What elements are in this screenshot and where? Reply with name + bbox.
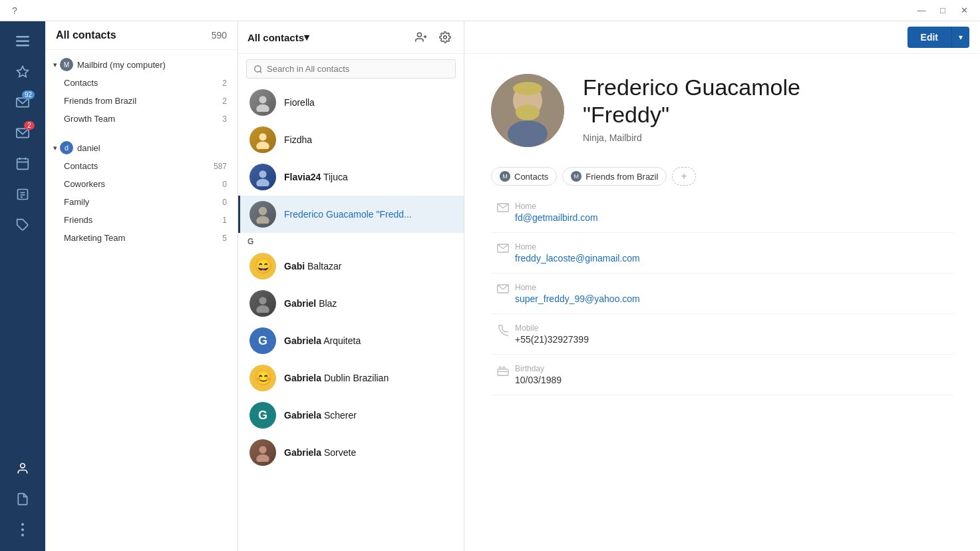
mailbird-account-icon: M — [60, 58, 73, 71]
nav-item-count: 0 — [222, 198, 227, 207]
nav-item-mailbird-contacts[interactable]: Contacts 2 — [45, 74, 238, 92]
contact-list-title[interactable]: All contacts ▾ — [247, 31, 309, 43]
mail-badge: 92 — [22, 91, 35, 99]
nav-panel-count: 590 — [212, 30, 227, 41]
field-phone: Mobile +55(21)32927399 — [491, 314, 953, 355]
tags-button[interactable] — [8, 210, 37, 240]
contact-item-gabriela-scherer[interactable]: G Gabriela Scherer — [238, 397, 464, 434]
field-label-birthday: Birthday — [515, 364, 953, 373]
more-button[interactable] — [8, 515, 37, 544]
svg-point-15 — [21, 464, 25, 468]
contact-list-header: All contacts ▾ — [238, 21, 464, 54]
email-icon-3 — [491, 283, 515, 293]
nav-item-count: 5 — [222, 234, 227, 243]
nav-item-family[interactable]: Family 0 — [45, 193, 238, 211]
mailbird-account-label: Mailbird (my computer) — [77, 60, 166, 70]
field-value-phone[interactable]: +55(21)32927399 — [515, 334, 953, 345]
contact-item-gabriela-dublin[interactable]: 😊 Gabriela Dublin Brazilian — [238, 359, 464, 397]
minimize-button[interactable]: — — [911, 1, 932, 20]
nav-item-friends-brazil[interactable]: Friends from Brazil 2 — [45, 92, 238, 110]
nav-item-label: Growth Team — [64, 114, 115, 124]
contact-item-gabriela-arquiteta[interactable]: G Gabriela Arquiteta — [238, 322, 464, 359]
unread-button[interactable]: 2 — [8, 118, 37, 148]
nav-item-label: Contacts — [64, 161, 98, 171]
field-value-email-3[interactable]: super_freddy_99@yahoo.com — [515, 293, 953, 304]
nav-item-marketing-team[interactable]: Marketing Team 5 — [45, 229, 238, 247]
daniel-account-icon: d — [60, 141, 73, 154]
contact-list-panel: All contacts ▾ — [238, 21, 464, 551]
account-section-mailbird: ▾ M Mailbird (my computer) Contacts 2 Fr… — [45, 50, 238, 133]
edit-dropdown-button[interactable]: ▾ — [951, 27, 969, 48]
avatar-gabriela-sorvete — [249, 439, 276, 466]
contact-item-gabi[interactable]: 😄 Gabi Baltazar — [238, 248, 464, 285]
contact-item-fiorella[interactable]: Fiorella — [238, 84, 464, 121]
contact-item-gabriel-blaz[interactable]: Gabriel Blaz — [238, 285, 464, 322]
contact-item-gabriela-sorvete[interactable]: Gabriela Sorvete — [238, 434, 464, 471]
tag-contacts[interactable]: M Contacts — [491, 167, 557, 186]
letter-g: G — [238, 233, 464, 248]
edit-button[interactable]: Edit — [907, 27, 951, 48]
svg-point-32 — [256, 216, 269, 224]
contact-name-gabriel-blaz: Gabriel Blaz — [284, 298, 337, 309]
contact-list-scroll: Fiorella Fizdha Flavia24 Tijuca — [238, 84, 464, 551]
detail-panel: Edit ▾ — [464, 21, 980, 551]
field-value-email-1[interactable]: fd@getmailbird.com — [515, 212, 953, 223]
account-header-daniel[interactable]: ▾ d daniel — [45, 138, 238, 157]
field-email-2: Home freddy_lacoste@ginamail.com — [491, 233, 953, 274]
tasks-button[interactable] — [8, 180, 37, 209]
contact-item-flavia24[interactable]: Flavia24 Tijuca — [238, 158, 464, 196]
birthday-icon — [491, 364, 515, 376]
add-contact-button[interactable] — [412, 28, 430, 47]
help-button[interactable]: ? — [5, 1, 24, 20]
tag-friends-brazil[interactable]: M Friends from Brazil — [562, 167, 667, 186]
field-email-1: Home fd@getmailbird.com — [491, 192, 953, 233]
field-value-email-2[interactable]: freddy_lacoste@ginamail.com — [515, 253, 953, 264]
nav-item-count: 2 — [222, 96, 227, 106]
contact-item-frederico[interactable]: Frederico Guacamole "Fredd... — [238, 196, 464, 233]
search-input[interactable] — [267, 64, 448, 74]
contact-item-fizdha[interactable]: Fizdha — [238, 121, 464, 158]
contacts-button[interactable] — [8, 454, 37, 483]
svg-point-27 — [259, 133, 266, 140]
svg-point-18 — [21, 534, 24, 536]
contact-name-gabriela-dublin: Gabriela Dublin Brazilian — [284, 373, 389, 383]
avatar-gabriel-blaz — [249, 290, 276, 317]
maximize-button[interactable]: □ — [932, 1, 953, 20]
settings-button[interactable] — [436, 28, 454, 47]
svg-point-39 — [513, 82, 542, 95]
tag-friends-icon: M — [571, 171, 581, 182]
contact-list-chevron-icon: ▾ — [304, 31, 309, 43]
avatar-fiorella — [249, 89, 276, 116]
field-label-email-2: Home — [515, 242, 953, 252]
svg-point-31 — [259, 207, 267, 216]
contact-name-fiorella: Fiorella — [284, 97, 315, 108]
field-body-phone: Mobile +55(21)32927399 — [515, 323, 953, 345]
favorites-button[interactable] — [8, 57, 37, 87]
email-icon-1 — [491, 202, 515, 212]
field-label-phone: Mobile — [515, 323, 953, 333]
hamburger-menu-button[interactable] — [8, 27, 37, 56]
notes-button[interactable] — [8, 484, 37, 514]
contact-list-actions — [412, 28, 454, 47]
nav-item-daniel-contacts[interactable]: Contacts 587 — [45, 157, 238, 175]
nav-item-count: 2 — [222, 79, 227, 88]
titlebar: ? — □ ✕ — [0, 0, 980, 21]
field-body-email-3: Home super_freddy_99@yahoo.com — [515, 283, 953, 304]
add-tag-button[interactable]: + — [672, 167, 695, 186]
nav-item-friends[interactable]: Friends 1 — [45, 211, 238, 229]
svg-point-41 — [508, 120, 548, 147]
calendar-button[interactable] — [8, 149, 37, 178]
icon-sidebar: 92 2 — [0, 21, 45, 551]
svg-point-22 — [444, 36, 447, 39]
nav-item-coworkers[interactable]: Coworkers 0 — [45, 175, 238, 193]
svg-point-25 — [259, 96, 266, 103]
search-icon — [253, 65, 263, 74]
close-button[interactable]: ✕ — [953, 1, 975, 20]
contact-name-line1: Frederico Guacamole — [583, 75, 800, 100]
mail-button[interactable]: 92 — [8, 88, 37, 117]
nav-item-label: Family — [64, 197, 89, 207]
daniel-account-label: daniel — [77, 143, 100, 153]
nav-item-label: Friends — [64, 215, 92, 225]
nav-item-growth-team[interactable]: Growth Team 3 — [45, 110, 238, 128]
account-header-mailbird[interactable]: ▾ M Mailbird (my computer) — [45, 55, 238, 74]
